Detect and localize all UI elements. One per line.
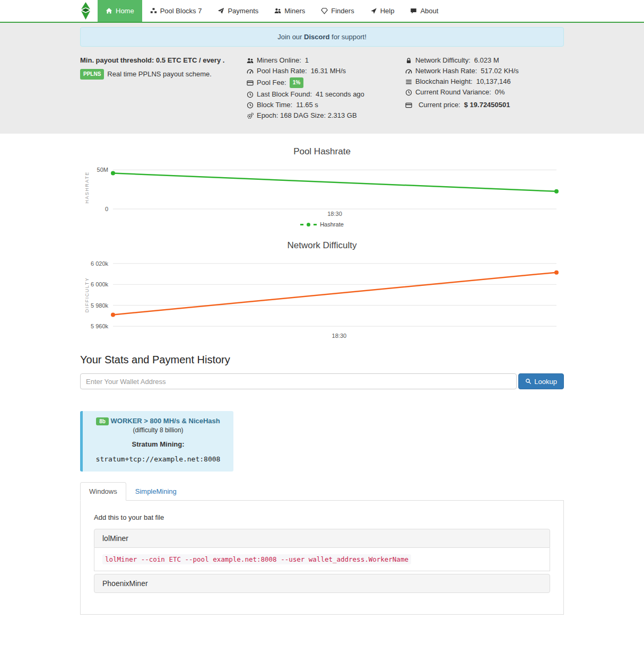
home-icon	[106, 7, 112, 14]
lock-icon	[405, 57, 412, 64]
nav-pool-blocks[interactable]: Pool Blocks 7	[142, 0, 210, 22]
credit-card-icon	[405, 102, 412, 109]
network-stats-column: Network Difficulty: 6.023 M Network Hash…	[405, 56, 564, 122]
nav-about[interactable]: About	[402, 0, 446, 22]
stat-label: Pool Hash Rate:	[257, 67, 307, 75]
stat-label: Blockchain Height:	[415, 77, 473, 86]
svg-text:50M: 50M	[97, 167, 108, 173]
pplns-badge: PPLNS	[80, 69, 104, 80]
stat-label: Current Round Variance:	[415, 88, 491, 97]
stat-label: Miners Online:	[257, 56, 301, 65]
nav-help[interactable]: Help	[362, 0, 403, 22]
stat-label: Current price:	[419, 101, 460, 109]
stratum-label: Stratum Mining:	[88, 440, 228, 448]
hashrate-legend-line-left	[300, 224, 303, 225]
pool-stats-column: Miners Online: 1 Pool Hash Rate: 16.31 M…	[247, 56, 405, 122]
svg-text:HASHRATE: HASHRATE	[84, 171, 90, 203]
nicehash-info-callout: 8b WORKER > 800 MH/s & NiceHash (difficu…	[80, 411, 233, 472]
stats-section: Join our Discord for support! Min. payou…	[0, 23, 644, 134]
stat-value: 16.31 MH/s	[311, 67, 346, 75]
nav-home-label: Home	[116, 7, 134, 15]
network-difficulty-chart: 6 020k6 000k5 980k5 960k18:30DIFFICULTY	[80, 256, 563, 341]
accordion-phoenixminer-header[interactable]: PhoenixMiner	[94, 574, 550, 593]
hashrate-legend-line-right	[314, 224, 317, 225]
stat-label: Block Time:	[257, 101, 292, 109]
stat-label: Network Difficulty:	[415, 56, 471, 65]
tab-windows[interactable]: Windows	[80, 482, 126, 501]
location-arrow-icon	[370, 7, 377, 14]
wallet-address-input[interactable]	[80, 373, 517, 389]
svg-text:5 960k: 5 960k	[91, 323, 109, 329]
stat-value: 1	[305, 56, 309, 65]
etc-logo-icon	[80, 2, 91, 20]
stat-epoch-dag: Epoch: 168 DAG Size: 2.313 GB	[247, 111, 405, 120]
accordion-lolminer-header[interactable]: lolMiner	[94, 529, 550, 548]
users-icon	[274, 7, 281, 14]
nav-pool-blocks-label: Pool Blocks 7	[160, 7, 202, 15]
stat-block-time: Block Time: 11.65 s	[247, 101, 405, 109]
hashrate-legend-label: Hashrate	[320, 221, 344, 228]
svg-text:18:30: 18:30	[327, 211, 342, 217]
brand-logo[interactable]	[80, 0, 91, 22]
stat-last-block: Last Block Found: 41 seconds ago	[247, 90, 405, 99]
users-icon	[247, 57, 254, 64]
pool-hashrate-chart-title: Pool Hashrate	[80, 146, 564, 157]
nav-miners-label: Miners	[284, 7, 305, 15]
top-navbar: Home Pool Blocks 7 Payments Miners Finde…	[0, 0, 644, 23]
discord-banner-prefix: Join our	[277, 33, 304, 41]
stat-miners-online: Miners Online: 1	[247, 56, 405, 65]
payout-threshold-label: Min. payout threshold:	[80, 56, 154, 64]
bars-icon	[405, 78, 412, 85]
nav-payments-label: Payments	[228, 7, 258, 15]
tachometer-icon	[247, 68, 254, 75]
discord-banner: Join our Discord for support!	[80, 27, 564, 47]
nav-payments[interactable]: Payments	[210, 0, 266, 22]
payout-threshold-value: 0.5 ETC ETC / every .	[156, 56, 224, 64]
tab-simplemining[interactable]: SimpleMining	[126, 482, 186, 501]
clock-icon	[247, 102, 254, 109]
nav-finders[interactable]: Finders	[313, 0, 362, 22]
accordion-lolminer-body: lolMiner --coin ETC --pool example.net:8…	[94, 548, 550, 571]
stat-pool-fee: Pool Fee: 1%	[247, 77, 405, 88]
payout-column: Min. payout threshold: 0.5 ETC ETC / eve…	[80, 56, 247, 122]
nav-miners[interactable]: Miners	[266, 0, 313, 22]
gem-icon	[321, 7, 328, 14]
lookup-heading: Your Stats and Payment History	[80, 354, 564, 366]
pool-fee-badge: 1%	[290, 77, 303, 88]
discord-banner-suffix: for support!	[329, 33, 366, 41]
os-tabs: Windows SimpleMining	[80, 482, 564, 501]
stratum-url: stratum+tcp://example.net:8008	[88, 455, 228, 463]
tachometer-icon	[405, 68, 412, 75]
stat-value: 41 seconds ago	[316, 90, 364, 99]
stat-value: $ 19.72450501	[464, 101, 510, 109]
bat-file-instruction: Add this to your bat file	[94, 513, 550, 521]
stat-value: 11.65 s	[296, 101, 318, 109]
difficulty-badge: 8b	[96, 417, 109, 425]
svg-text:5 980k: 5 980k	[91, 302, 109, 309]
hashrate-legend[interactable]: Hashrate	[80, 221, 564, 228]
stat-pool-hashrate: Pool Hash Rate: 16.31 MH/s	[247, 67, 405, 75]
network-difficulty-chart-title: Network Difficulty	[80, 240, 564, 251]
stat-network-difficulty: Network Difficulty: 6.023 M	[405, 56, 564, 65]
stat-value: 10,137,146	[476, 77, 511, 86]
stat-label: Network Hash Rate:	[415, 67, 477, 75]
lookup-button[interactable]: Lookup	[518, 373, 564, 389]
stat-label: Epoch: 168 DAG Size: 2.313 GB	[257, 111, 357, 120]
svg-text:6 020k: 6 020k	[91, 260, 109, 267]
payout-scheme-text: Real time PPLNS payout scheme.	[107, 70, 212, 78]
lookup-button-label: Lookup	[534, 378, 557, 386]
stat-network-hashrate: Network Hash Rate: 517.02 KH/s	[405, 67, 564, 75]
discord-link[interactable]: Discord	[304, 33, 329, 41]
stat-current-price: Current price: $ 19.72450501	[405, 101, 564, 109]
svg-text:6 000k: 6 000k	[91, 281, 109, 287]
nav-about-label: About	[420, 7, 438, 15]
stat-value: 6.023 M	[474, 56, 499, 65]
paper-plane-icon	[217, 7, 224, 14]
comment-icon	[410, 7, 417, 14]
cubes-icon	[150, 7, 157, 14]
stat-blockchain-height: Blockchain Height: 10,137,146	[405, 77, 564, 86]
hashrate-legend-marker	[307, 223, 310, 226]
nav-home[interactable]: Home	[98, 0, 142, 22]
stat-value: 0%	[495, 88, 505, 97]
nav-finders-label: Finders	[331, 7, 354, 15]
